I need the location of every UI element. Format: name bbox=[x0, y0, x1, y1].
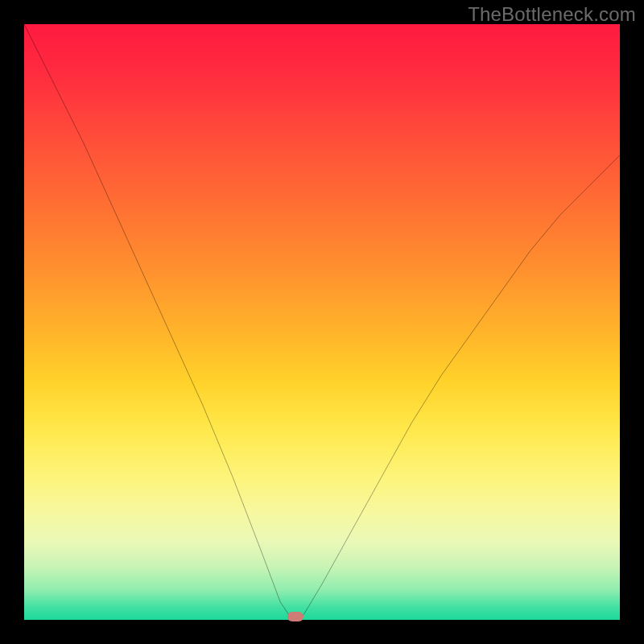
bottleneck-curve bbox=[24, 24, 620, 620]
optimal-point-marker bbox=[287, 612, 303, 621]
chart-frame: TheBottleneck.com bbox=[0, 0, 644, 644]
curve-path bbox=[24, 24, 620, 620]
watermark-text: TheBottleneck.com bbox=[468, 3, 636, 26]
